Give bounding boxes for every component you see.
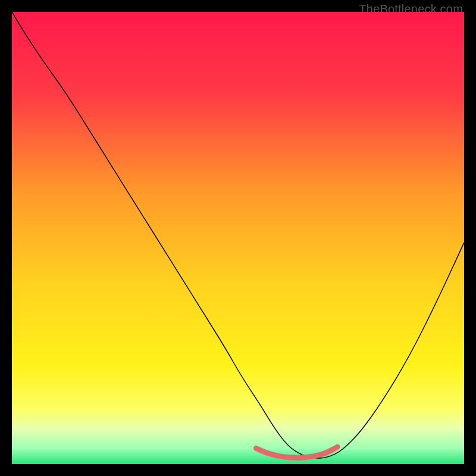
curve-layer xyxy=(12,12,464,464)
plot-area xyxy=(12,12,464,464)
series-bottleneck-curve xyxy=(12,12,464,458)
chart-stage: TheBottleneck.com xyxy=(0,0,476,476)
